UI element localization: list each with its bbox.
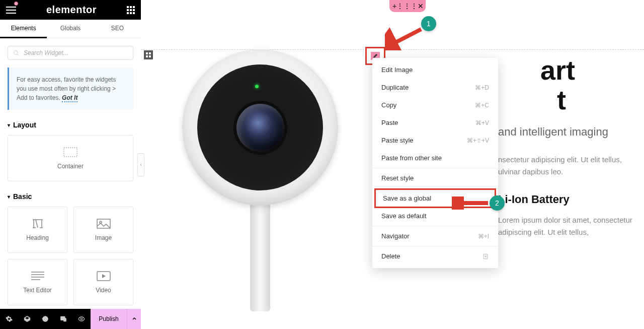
sidebar-footer: Publish	[0, 309, 141, 329]
svg-point-12	[80, 318, 83, 320]
close-section-icon[interactable]: ✕	[418, 3, 424, 10]
heading-icon	[31, 218, 45, 229]
video-icon	[97, 271, 111, 282]
svg-rect-16	[149, 55, 151, 57]
annotation-1-arrow	[385, 25, 425, 50]
svg-rect-14	[149, 52, 151, 54]
content-column: Smart Point and intelligent imaging nsec…	[498, 55, 634, 253]
paragraph: nsectetur adipiscing elit. Ut elit tellu…	[498, 154, 634, 178]
sidebar-header: elementor	[0, 0, 141, 20]
annotation-2-bubble: 2	[490, 195, 505, 211]
history-icon[interactable]	[36, 309, 54, 329]
annotation-2-arrow	[452, 196, 492, 210]
widget-video[interactable]: Video	[73, 259, 133, 305]
responsive-icon[interactable]	[54, 309, 72, 329]
widget-label: Text Editor	[23, 287, 52, 294]
basic-grid: Heading Image Text Editor Video	[8, 207, 133, 305]
page-title: Smart Point	[498, 55, 634, 115]
delete-icon	[482, 253, 489, 260]
sidebar-body: For easy access, favorite the widgets yo…	[0, 38, 141, 329]
collapse-sidebar[interactable]: ‹	[137, 153, 144, 176]
search-icon	[13, 50, 20, 56]
widget-label: Heading	[26, 234, 49, 241]
widget-container[interactable]: Container	[8, 135, 133, 181]
feature-heading: Li-Ion Battery	[498, 193, 634, 206]
ctx-duplicate[interactable]: Duplicate⌘+D	[372, 79, 498, 96]
container-icon	[63, 147, 77, 158]
divider	[372, 168, 498, 168]
ctx-reset-style[interactable]: Reset style	[372, 169, 498, 187]
svg-line-1	[17, 54, 19, 55]
divider	[372, 246, 498, 246]
feature-paragraph: Lorem ipsum dolor sit amet, consectetur …	[498, 214, 634, 238]
image-icon	[97, 218, 111, 229]
tab-elements[interactable]: Elements	[0, 20, 47, 38]
drag-section-icon[interactable]: ⋮⋮⋮	[396, 3, 418, 10]
widget-heading[interactable]: Heading	[8, 207, 67, 253]
section-toolbar: + ⋮⋮⋮ ✕	[389, 0, 426, 12]
section-layout-title[interactable]: Layout	[8, 121, 133, 129]
svg-point-0	[14, 50, 18, 54]
search-wrap	[8, 46, 133, 60]
add-section-icon[interactable]: +	[392, 3, 396, 10]
widget-label: Image	[95, 234, 112, 241]
svg-rect-13	[146, 52, 148, 54]
product-image[interactable]	[167, 49, 353, 311]
revisions-icon[interactable]	[18, 309, 36, 329]
ctx-copy[interactable]: Copy⌘+C	[372, 96, 498, 114]
preview-icon[interactable]	[72, 309, 91, 329]
notification-dot	[14, 2, 18, 6]
logo: elementor	[46, 4, 97, 16]
svg-rect-11	[64, 318, 66, 321]
svg-rect-3	[97, 219, 110, 228]
publish-options[interactable]	[127, 309, 141, 329]
svg-line-18	[390, 29, 421, 45]
tip-gotit[interactable]: Got It	[62, 94, 77, 102]
sidebar-tabs: Elements Globals SEO	[0, 20, 141, 38]
apps-icon[interactable]	[127, 6, 135, 14]
svg-rect-2	[64, 148, 77, 157]
text-editor-icon	[31, 271, 45, 282]
layout-grid: Container	[8, 135, 133, 181]
section-basic-title[interactable]: Basic	[8, 192, 133, 201]
ctx-navigator[interactable]: Navigator⌘+I	[372, 227, 498, 245]
ctx-edit-image[interactable]: Edit Image	[372, 61, 498, 79]
subtitle: and intelligent imaging	[498, 125, 634, 139]
search-input[interactable]	[24, 49, 128, 56]
publish-button[interactable]: Publish	[91, 309, 127, 329]
tip-box: For easy access, favorite the widgets yo…	[8, 68, 133, 110]
widget-text-editor[interactable]: Text Editor	[8, 259, 67, 305]
elementor-sidebar: elementor Elements Globals SEO For easy …	[0, 0, 141, 329]
widget-image[interactable]: Image	[73, 207, 133, 253]
ctx-save-default[interactable]: Save as default	[372, 207, 498, 225]
svg-rect-15	[146, 55, 148, 57]
context-menu: Edit Image Duplicate⌘+D Copy⌘+C Paste⌘+V…	[372, 58, 498, 268]
divider	[372, 226, 498, 226]
column-handle-icon[interactable]	[144, 50, 153, 59]
ctx-paste[interactable]: Paste⌘+V	[372, 114, 498, 131]
tab-globals[interactable]: Globals	[47, 20, 94, 38]
tab-seo[interactable]: SEO	[94, 20, 141, 38]
menu-icon[interactable]	[6, 7, 16, 14]
ctx-paste-style[interactable]: Paste style⌘+⇧+V	[372, 131, 498, 149]
widget-label: Video	[96, 287, 111, 294]
annotation-1-bubble: 1	[421, 16, 436, 31]
ctx-paste-other[interactable]: Paste from other site	[372, 149, 498, 167]
editor-canvas[interactable]: + ⋮⋮⋮ ✕ Smart Point and intelligent imag…	[141, 0, 644, 329]
widget-label: Container	[57, 163, 84, 170]
ctx-delete[interactable]: Delete	[372, 247, 498, 265]
settings-icon[interactable]	[0, 309, 18, 329]
